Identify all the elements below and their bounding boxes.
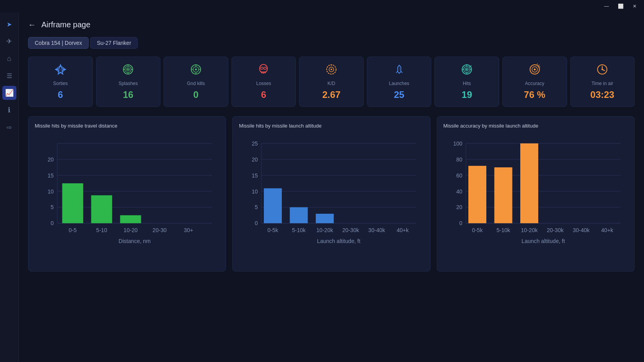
- missile-icon: [393, 63, 406, 78]
- sorties-value: 6: [58, 89, 63, 100]
- bar-5-10: [91, 195, 112, 224]
- sidebar-item-main[interactable]: ➤: [2, 17, 16, 31]
- tabs: Cobra 154 | Dorvex Su-27 Flanker: [28, 37, 635, 49]
- svg-text:100: 100: [453, 140, 463, 147]
- kd-value: 2.67: [322, 89, 341, 100]
- chart-distance-svg: 0 5 10 15 20: [35, 133, 219, 263]
- bar-acc-0-5k: [468, 166, 486, 223]
- stat-sorties: Sorties 6: [28, 57, 93, 107]
- clock-icon: [596, 63, 608, 78]
- plane-icon: [54, 63, 67, 78]
- svg-point-10: [195, 69, 197, 71]
- stats-row: Sorties 6 Splashes 16: [28, 57, 635, 107]
- ground-target-icon: [190, 63, 202, 78]
- svg-text:10: 10: [48, 188, 54, 195]
- sidebar-item-stats[interactable]: 📈: [2, 86, 16, 100]
- chart-altitude-hits-area: 0 5 10 15 20 25: [239, 133, 423, 265]
- sidebar-item-home[interactable]: ⌂: [2, 51, 16, 66]
- sidebar-item-info[interactable]: ℹ: [2, 103, 16, 117]
- svg-text:20: 20: [252, 156, 258, 163]
- svg-point-20: [331, 69, 332, 70]
- chart-altitude-accuracy-svg: 0 20 40 60 80 100: [443, 133, 628, 263]
- svg-text:30-40k: 30-40k: [573, 227, 590, 233]
- sidebar-item-list[interactable]: ☰: [2, 69, 16, 83]
- target-icon: [122, 63, 134, 78]
- page-title: Airframe page: [41, 20, 91, 29]
- bar-0-5k: [264, 188, 282, 224]
- svg-point-32: [534, 69, 535, 71]
- launches-value: 25: [394, 89, 404, 100]
- bar-acc-10-20k: [520, 144, 538, 224]
- tab-cobra[interactable]: Cobra 154 | Dorvex: [28, 37, 89, 49]
- hits-icon: [461, 63, 473, 78]
- svg-text:10: 10: [252, 188, 258, 195]
- chart-altitude-hits-card: Missile hits by missile launch altitude …: [232, 116, 430, 272]
- close-button[interactable]: ✕: [628, 1, 641, 12]
- sidebar-item-plane[interactable]: ✈: [2, 34, 16, 48]
- svg-point-3: [127, 69, 129, 70]
- svg-point-16: [261, 67, 263, 69]
- svg-text:5-10k: 5-10k: [292, 227, 306, 233]
- back-button[interactable]: ←: [28, 20, 36, 29]
- page-header: ← Airframe page: [28, 20, 635, 29]
- chart-altitude-accuracy-area: 0 20 40 60 80 100: [443, 133, 628, 265]
- stat-hits: Hits 19: [434, 57, 499, 107]
- svg-text:Launch altitude, ft: Launch altitude, ft: [521, 238, 565, 244]
- svg-text:Distance, nm: Distance, nm: [119, 238, 151, 244]
- gnd-kills-value: 0: [193, 89, 198, 100]
- stat-splashes: Splashes 16: [96, 57, 161, 107]
- sidebar-item-share[interactable]: ⇨: [2, 120, 16, 134]
- svg-text:30-40k: 30-40k: [368, 227, 386, 233]
- time-in-air-value: 03:23: [591, 89, 614, 100]
- titlebar: — ⬜ ✕: [0, 0, 644, 12]
- skull-icon: [257, 63, 270, 78]
- chart-altitude-accuracy-card: Missile accuracy by missile launch altit…: [437, 116, 635, 272]
- svg-text:20: 20: [456, 204, 463, 210]
- svg-text:20-30k: 20-30k: [342, 227, 359, 233]
- losses-value: 6: [261, 89, 266, 100]
- bar-10-20k: [316, 214, 334, 223]
- svg-text:0-5k: 0-5k: [472, 227, 483, 233]
- svg-text:0: 0: [459, 220, 462, 226]
- kd-icon: [325, 63, 338, 78]
- svg-text:80: 80: [456, 156, 463, 163]
- chart-altitude-hits-svg: 0 5 10 15 20 25: [239, 133, 423, 263]
- maximize-button[interactable]: ⬜: [614, 1, 627, 12]
- svg-text:30+: 30+: [184, 227, 193, 233]
- bar-acc-5-10k: [494, 167, 512, 223]
- svg-text:0: 0: [255, 220, 258, 226]
- svg-text:40+k: 40+k: [397, 227, 409, 233]
- svg-text:10-20k: 10-20k: [317, 227, 334, 233]
- svg-text:10-20k: 10-20k: [521, 227, 538, 233]
- time-in-air-label: Time in air: [591, 81, 613, 86]
- losses-label: Losses: [256, 81, 271, 86]
- stat-kd: K/D 2.67: [299, 57, 364, 107]
- accuracy-label: Accuracy: [525, 81, 544, 86]
- chart-altitude-accuracy-title: Missile accuracy by missile launch altit…: [443, 123, 628, 129]
- kd-label: K/D: [327, 81, 335, 86]
- chart-distance-card: Missile hits by missile travel distance …: [28, 116, 226, 272]
- svg-point-17: [264, 67, 266, 69]
- svg-text:5: 5: [255, 204, 258, 210]
- bar-0-5: [62, 183, 83, 223]
- svg-text:20: 20: [48, 156, 54, 163]
- tab-su27[interactable]: Su-27 Flanker: [90, 37, 138, 49]
- main-content: ← Airframe page Cobra 154 | Dorvex Su-27…: [19, 12, 644, 362]
- stat-launches: Launches 25: [367, 57, 432, 107]
- accuracy-value: 76 %: [524, 89, 545, 100]
- svg-text:40: 40: [456, 188, 463, 195]
- chart-distance-area: 0 5 10 15 20: [35, 133, 219, 265]
- minimize-button[interactable]: —: [600, 1, 613, 12]
- sorties-label: Sorties: [53, 81, 68, 86]
- svg-text:20-30: 20-30: [153, 227, 167, 233]
- svg-text:0: 0: [51, 220, 54, 226]
- svg-text:15: 15: [48, 172, 54, 179]
- svg-text:5-10: 5-10: [96, 227, 107, 233]
- bar-5-10k: [290, 207, 308, 223]
- hits-value: 19: [462, 89, 472, 100]
- stat-gnd-kills: Gnd kills 0: [164, 57, 228, 107]
- chart-altitude-hits-title: Missile hits by missile launch altitude: [239, 123, 423, 129]
- svg-point-36: [601, 69, 603, 70]
- svg-text:Launch altitude, ft: Launch altitude, ft: [317, 238, 361, 244]
- splashes-value: 16: [123, 89, 133, 100]
